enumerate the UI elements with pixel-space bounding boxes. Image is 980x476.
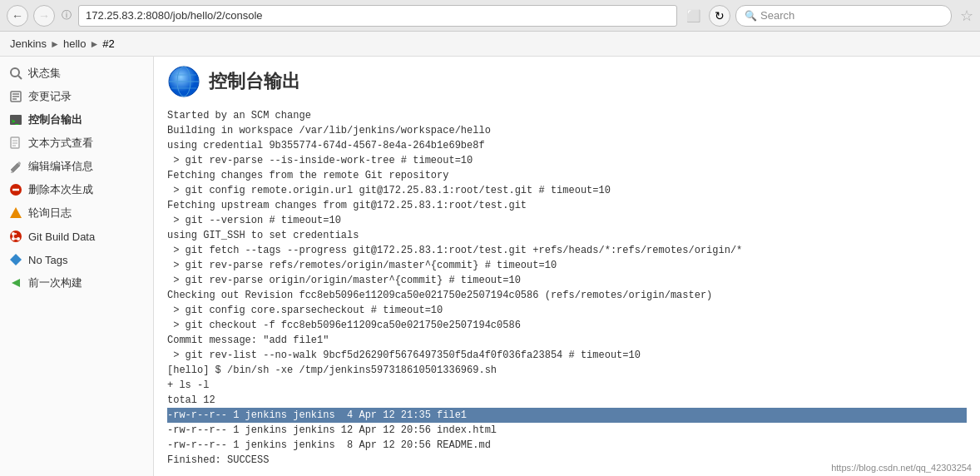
breadcrumb-sep-2: ► — [89, 38, 99, 50]
console-line: Fetching changes from the remote Git rep… — [167, 168, 967, 183]
sidebar-item-changes-label: 变更记录 — [28, 89, 72, 104]
console-line: total 12 — [167, 393, 967, 408]
console-line: -rw-r--r-- 1 jenkins jenkins 4 Apr 12 21… — [167, 408, 967, 423]
console-line: > git config remote.origin.url git@172.2… — [167, 183, 967, 198]
svg-marker-24 — [12, 279, 20, 287]
console-line: > git rev-parse --is-inside-work-tree # … — [167, 153, 967, 168]
textview-icon — [8, 136, 23, 151]
console-line: -rw-r--r-- 1 jenkins jenkins 8 Apr 12 20… — [167, 438, 967, 453]
console-icon: >_ — [8, 112, 23, 127]
svg-point-18 — [17, 237, 20, 240]
breadcrumb-hello[interactable]: hello — [63, 37, 86, 50]
search-box[interactable]: 🔍 Search — [735, 5, 952, 27]
page-header: 控制台输出 — [167, 65, 967, 98]
querylog-icon — [8, 206, 23, 221]
console-line: Checking out Revision fcc8eb5096e11209ca… — [167, 288, 967, 303]
breadcrumb: Jenkins ► hello ► #2 — [0, 32, 980, 57]
sidebar-item-gitbuild-label: Git Build Data — [28, 231, 95, 243]
notags-icon — [8, 252, 23, 267]
lock-icon: ⓘ — [62, 8, 72, 22]
console-line: + ls -l — [167, 378, 967, 393]
sidebar-item-notags-label: No Tags — [28, 254, 67, 266]
console-line: using GIT_SSH to set credentials — [167, 228, 967, 243]
breadcrumb-sep-1: ► — [50, 38, 60, 50]
svg-line-1 — [18, 76, 22, 79]
sidebar-item-delete[interactable]: 删除本次生成 — [0, 178, 153, 201]
search-placeholder: Search — [760, 9, 794, 22]
console-output: Started by an SCM changeBuilding in work… — [167, 108, 967, 468]
page-icon — [167, 65, 200, 98]
breadcrumb-jenkins[interactable]: Jenkins — [10, 37, 47, 50]
back-button[interactable]: ← — [7, 5, 28, 27]
console-line: > git config core.sparsecheckout # timeo… — [167, 303, 967, 318]
delete-icon — [8, 182, 23, 197]
console-line: using credential 9b355774-674d-4567-8e4a… — [167, 138, 967, 153]
sidebar-item-delete-label: 删除本次生成 — [28, 182, 93, 197]
sidebar-item-status[interactable]: 状态集 — [0, 62, 153, 85]
address-bar[interactable]: 172.25.83.2:8080/job/hello/2/console — [78, 5, 677, 27]
svg-marker-23 — [10, 254, 22, 265]
prevbuild-icon — [8, 275, 23, 290]
console-line: > git fetch --tags --progress git@172.25… — [167, 243, 967, 258]
console-line: Started by an SCM change — [167, 108, 967, 123]
changes-icon — [8, 89, 23, 104]
page-title: 控制台输出 — [209, 69, 300, 94]
bookmark-button[interactable]: ☆ — [960, 7, 973, 25]
svg-point-0 — [11, 68, 19, 77]
sidebar-item-querylog[interactable]: 轮询日志 — [0, 201, 153, 225]
sidebar-item-console[interactable]: >_ 控制台输出 — [0, 108, 153, 131]
reload-button[interactable]: ↻ — [709, 5, 730, 27]
sidebar-item-editinfo[interactable]: 编辑编译信息 — [0, 155, 153, 178]
svg-point-19 — [12, 237, 15, 240]
sidebar-item-gitbuild[interactable]: Git Build Data — [0, 225, 153, 248]
console-line: Commit message: "add file1" — [167, 333, 967, 348]
sidebar-item-notags[interactable]: No Tags — [0, 248, 153, 271]
edit-icon — [8, 159, 23, 174]
console-line: > git rev-list --no-walk 9bcf5d26290f567… — [167, 348, 967, 363]
gitbuild-icon — [8, 229, 23, 244]
search-icon: 🔍 — [745, 10, 757, 22]
footer-link: https://blog.csdn.net/qq_42303254 — [831, 463, 972, 473]
svg-point-16 — [10, 231, 22, 242]
content-area: 控制台输出 Started by an SCM changeBuilding i… — [154, 57, 980, 476]
console-line: > git checkout -f fcc8eb5096e11209ca50e0… — [167, 318, 967, 333]
svg-text:>_: >_ — [12, 118, 19, 125]
sidebar-item-querylog-label: 轮询日志 — [28, 206, 72, 221]
sidebar-item-textview-label: 文本方式查看 — [28, 136, 93, 151]
browser-bar: ← → ⓘ 172.25.83.2:8080/job/hello/2/conso… — [0, 0, 980, 32]
console-line: [hello] $ /bin/sh -xe /tmp/jenkins597318… — [167, 363, 967, 378]
sidebar-item-status-label: 状态集 — [28, 66, 61, 81]
breadcrumb-build: #2 — [102, 37, 114, 50]
console-line: Fetching upstream changes from git@172.2… — [167, 198, 967, 213]
address-text: 172.25.83.2:8080/job/hello/2/console — [86, 9, 263, 22]
sidebar-item-console-label: 控制台输出 — [28, 112, 82, 127]
forward-button[interactable]: → — [33, 5, 55, 27]
sidebar-item-prevbuild-label: 前一次构建 — [28, 275, 82, 290]
sidebar-item-textview[interactable]: 文本方式查看 — [0, 131, 153, 155]
search-icon — [8, 66, 23, 81]
svg-marker-15 — [10, 207, 22, 218]
console-line: > git rev-parse refs/remotes/origin/mast… — [167, 258, 967, 273]
svg-point-17 — [12, 232, 15, 236]
main-layout: 状态集 变更记录 >_ 控制台输出 — [0, 57, 980, 476]
console-line: Building in workspace /var/lib/jenkins/w… — [167, 123, 967, 138]
console-line: > git --version # timeout=10 — [167, 213, 967, 228]
sidebar-item-editinfo-label: 编辑编译信息 — [28, 159, 93, 174]
console-line: > git rev-parse origin/origin/master^{co… — [167, 273, 967, 288]
console-line: -rw-r--r-- 1 jenkins jenkins 12 Apr 12 2… — [167, 423, 967, 438]
sidebar-item-changes[interactable]: 变更记录 — [0, 85, 153, 108]
sidebar: 状态集 变更记录 >_ 控制台输出 — [0, 57, 154, 476]
sidebar-item-prevbuild[interactable]: 前一次构建 — [0, 271, 153, 295]
media-button[interactable]: ⬜ — [682, 5, 704, 27]
